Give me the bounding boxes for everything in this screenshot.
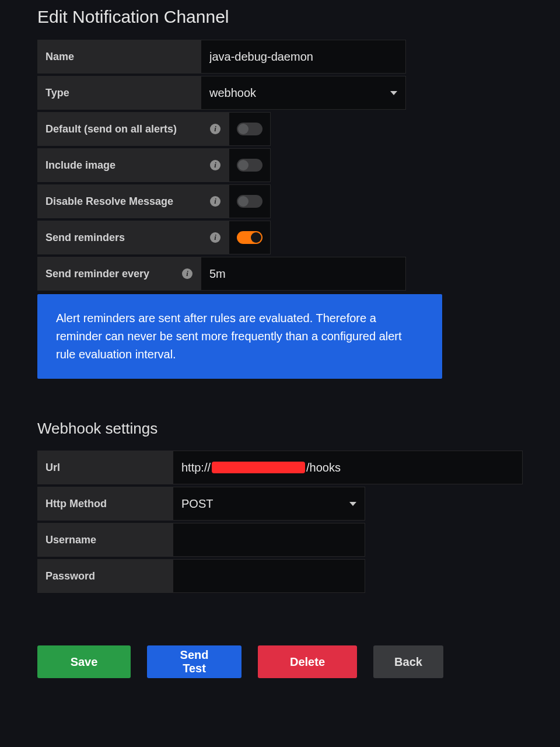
- url-label: Url: [37, 451, 173, 484]
- name-label: Name: [37, 40, 201, 74]
- send-reminders-label-text: Send reminders: [46, 232, 125, 244]
- chevron-down-icon: [390, 91, 397, 95]
- url-prefix: http://: [181, 461, 211, 474]
- password-input[interactable]: [181, 570, 356, 583]
- reminder-every-input-wrap[interactable]: [201, 257, 406, 291]
- reminder-every-label-text: Send reminder every: [46, 268, 149, 280]
- reminder-every-input[interactable]: [209, 267, 397, 281]
- default-label: Default (send on all alerts) i: [37, 112, 229, 146]
- page-title: Edit Notification Channel: [37, 7, 523, 27]
- reminder-every-label: Send reminder every i: [37, 257, 201, 291]
- info-icon[interactable]: i: [210, 196, 220, 207]
- type-select[interactable]: webhook: [201, 76, 406, 110]
- webhook-settings-title: Webhook settings: [37, 420, 523, 438]
- username-label: Username: [37, 523, 173, 557]
- info-icon[interactable]: i: [210, 124, 220, 134]
- back-button[interactable]: Back: [373, 645, 443, 678]
- disable-resolve-label-text: Disable Resolve Message: [46, 196, 173, 208]
- name-input[interactable]: [209, 50, 397, 64]
- info-icon[interactable]: i: [210, 232, 220, 243]
- username-input[interactable]: [181, 533, 356, 547]
- password-label: Password: [37, 559, 173, 593]
- include-image-label-text: Include image: [46, 159, 116, 172]
- url-input[interactable]: http:///hooks: [173, 451, 523, 484]
- chevron-down-icon: [349, 502, 356, 506]
- save-button[interactable]: Save: [37, 645, 131, 678]
- default-toggle[interactable]: [237, 123, 262, 135]
- button-row: Save Send Test Delete Back: [37, 645, 523, 678]
- redacted-block: [212, 462, 305, 473]
- http-method-label: Http Method: [37, 487, 173, 521]
- reminder-info-callout: Alert reminders are sent after rules are…: [37, 294, 442, 379]
- http-method-select[interactable]: POST: [173, 487, 365, 521]
- send-test-button[interactable]: Send Test: [147, 645, 242, 678]
- info-icon[interactable]: i: [210, 160, 220, 170]
- include-image-toggle[interactable]: [237, 159, 262, 172]
- username-input-wrap[interactable]: [173, 523, 365, 557]
- type-label: Type: [37, 76, 201, 110]
- type-value: webhook: [209, 86, 390, 100]
- name-input-wrap[interactable]: [201, 40, 406, 74]
- http-method-value: POST: [181, 497, 349, 511]
- include-image-label: Include image i: [37, 148, 229, 182]
- disable-resolve-toggle[interactable]: [237, 195, 262, 208]
- url-suffix: /hooks: [306, 461, 341, 474]
- delete-button[interactable]: Delete: [258, 645, 357, 678]
- send-reminders-label: Send reminders i: [37, 221, 229, 254]
- info-icon[interactable]: i: [182, 268, 192, 279]
- send-reminders-toggle[interactable]: [237, 231, 262, 244]
- default-label-text: Default (send on all alerts): [46, 123, 177, 135]
- password-input-wrap[interactable]: [173, 559, 365, 593]
- disable-resolve-label: Disable Resolve Message i: [37, 184, 229, 218]
